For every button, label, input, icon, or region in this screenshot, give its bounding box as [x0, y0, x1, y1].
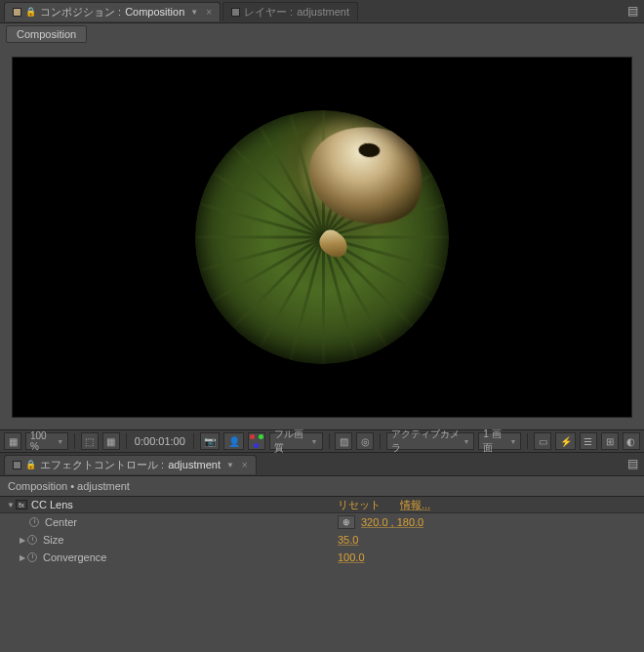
comp-subtabs: Composition: [0, 23, 644, 45]
fx-tab-name: adjustment: [168, 459, 221, 470]
crumb-layer: adjustment: [77, 480, 130, 492]
fx-tab-prefix: エフェクトコントロール :: [40, 458, 164, 472]
stopwatch-icon[interactable]: [29, 517, 39, 527]
tab-composition[interactable]: 🔒 コンポジション : Composition ▼ ×: [4, 2, 221, 21]
quality-label: フル画質: [274, 428, 307, 455]
prop-center-row: Center ⊕ 320.0 , 180.0: [0, 513, 644, 531]
fx-badge-icon[interactable]: fx: [16, 500, 27, 509]
prop-size-label: Size: [43, 534, 63, 546]
lock-icon: 🔒: [25, 7, 36, 17]
twirl-right-icon[interactable]: ▶: [18, 536, 27, 545]
stopwatch-icon[interactable]: [27, 552, 37, 562]
zoom-dropdown[interactable]: 100 %▼: [25, 432, 68, 450]
close-icon[interactable]: ×: [242, 460, 248, 470]
crumb-sep: •: [67, 480, 77, 492]
prop-convergence-label: Convergence: [43, 551, 106, 563]
point-picker-icon[interactable]: ⊕: [338, 515, 355, 529]
mask-button[interactable]: ◎: [356, 432, 374, 450]
tab-comp-prefix: コンポジション :: [40, 5, 121, 20]
chevron-down-icon[interactable]: ▼: [226, 461, 234, 469]
camera-dropdown[interactable]: アクティブカメラ▼: [386, 432, 474, 450]
composition-canvas[interactable]: [12, 57, 632, 418]
composition-panel-tabs: 🔒 コンポジション : Composition ▼ × レイヤー : adjus…: [0, 0, 644, 23]
prop-convergence-row: ▶ Convergence 100.0: [0, 549, 644, 566]
prop-size-value[interactable]: 35.0: [338, 534, 358, 546]
tab-layer[interactable]: レイヤー : adjustment: [222, 2, 358, 21]
comp-color-swatch: [13, 8, 21, 17]
layer-color-swatch: [231, 8, 240, 17]
effect-cc-lens-header[interactable]: ▼ fx CC Lens リセット 情報...: [0, 496, 644, 513]
crumb-comp: Composition: [8, 480, 67, 492]
zoom-value: 100 %: [30, 430, 54, 452]
composition-viewer: [0, 45, 644, 429]
tab-effect-controls[interactable]: 🔒 エフェクトコントロール : adjustment ▼ ×: [4, 455, 257, 474]
prop-convergence-value[interactable]: 100.0: [338, 551, 365, 563]
panel-menu-icon[interactable]: ▤: [627, 4, 638, 18]
twirl-down-icon[interactable]: ▼: [6, 501, 16, 509]
preview-content: [195, 110, 449, 364]
close-icon[interactable]: ×: [206, 7, 212, 18]
effect-reset-link[interactable]: リセット: [338, 498, 381, 512]
stopwatch-icon[interactable]: [27, 535, 37, 545]
tab-layer-name: adjustment: [297, 6, 349, 18]
exposure-button[interactable]: ◐: [623, 432, 640, 450]
prop-center-label: Center: [45, 516, 77, 528]
effect-controls-tabs: 🔒 エフェクトコントロール : adjustment ▼ × ▤: [0, 453, 644, 476]
snapshot-button[interactable]: 📷: [200, 432, 221, 450]
comp-flowchart-button[interactable]: ⊞: [601, 432, 619, 450]
channel-button[interactable]: [248, 432, 265, 450]
roi-button[interactable]: ⬚: [81, 432, 99, 450]
tab-comp-name: Composition: [125, 6, 184, 18]
grid-button[interactable]: ▦: [102, 432, 120, 450]
fx-tab-swatch: [13, 461, 21, 469]
pixel-aspect-button[interactable]: ▭: [534, 432, 551, 450]
view-count-label: 1 画面: [483, 428, 506, 455]
lock-icon: 🔒: [25, 460, 36, 469]
chevron-down-icon[interactable]: ▼: [190, 8, 198, 17]
transparency-grid-button[interactable]: ▨: [335, 432, 352, 450]
current-time[interactable]: 0:00:01:00: [133, 435, 187, 447]
fast-preview-button[interactable]: ⚡: [555, 432, 576, 450]
panel-menu-icon[interactable]: ▤: [627, 457, 638, 470]
always-preview-button[interactable]: ▦: [4, 432, 21, 450]
tab-layer-prefix: レイヤー :: [244, 5, 293, 20]
effect-controls-breadcrumb: Composition • adjustment: [0, 476, 644, 496]
quality-dropdown[interactable]: フル画質▼: [269, 432, 322, 450]
show-snapshot-button[interactable]: 👤: [223, 432, 244, 450]
effect-about-link[interactable]: 情報...: [400, 498, 430, 512]
prop-size-row: ▶ Size 35.0: [0, 531, 644, 549]
effect-name: CC Lens: [31, 499, 73, 510]
viewer-toolbar: ▦ 100 %▼ ⬚ ▦ 0:00:01:00 📷 👤 フル画質▼ ▨ ◎ アク…: [0, 429, 644, 453]
camera-label: アクティブカメラ: [391, 428, 460, 455]
timeline-button[interactable]: ☰: [580, 432, 597, 450]
subtab-composition[interactable]: Composition: [6, 25, 87, 43]
twirl-right-icon[interactable]: ▶: [18, 553, 27, 562]
view-count-dropdown[interactable]: 1 画面▼: [478, 432, 521, 450]
effect-controls-body: ▼ fx CC Lens リセット 情報... Center ⊕ 320.0 ,…: [0, 496, 644, 652]
prop-center-value[interactable]: 320.0 , 180.0: [361, 516, 423, 528]
